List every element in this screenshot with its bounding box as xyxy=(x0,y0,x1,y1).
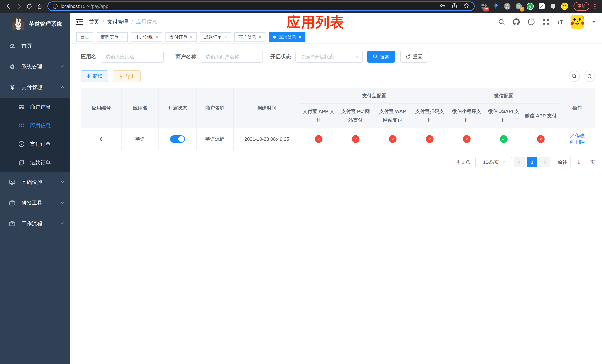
close-icon[interactable]: × xyxy=(121,35,124,39)
sidebar-item-label: 基础设施 xyxy=(22,179,42,186)
reload-icon[interactable] xyxy=(24,1,34,11)
storefront-icon xyxy=(18,104,25,110)
status-select[interactable] xyxy=(295,51,363,63)
font-size-icon[interactable]: тT xyxy=(557,19,563,25)
sidebar-item-pay-order[interactable]: ¥ 支付订单 xyxy=(0,135,70,153)
sidebar-fold-icon[interactable] xyxy=(75,18,84,26)
breadcrumb-section[interactable]: 支付管理 xyxy=(107,18,128,25)
status-toggle[interactable] xyxy=(170,135,185,143)
browser-menu-icon[interactable] xyxy=(592,4,598,9)
help-icon[interactable]: ? xyxy=(528,18,535,25)
delete-link[interactable]: 删除 xyxy=(570,139,585,146)
close-icon[interactable]: × xyxy=(190,35,193,39)
app-title: 芋道管理系统 xyxy=(29,20,62,28)
breadcrumb-separator: / xyxy=(103,19,104,25)
forward-icon[interactable] xyxy=(14,1,24,11)
breadcrumb-home[interactable]: 首页 xyxy=(89,18,99,25)
svg-text:y: y xyxy=(529,4,531,9)
back-icon[interactable] xyxy=(4,1,13,11)
page-content: 应用名 商户名称 开启状态 xyxy=(70,43,602,364)
address-bar[interactable]: localhost:1024/pay/app xyxy=(47,1,475,11)
tab-merchant-info[interactable]: 商户信息× xyxy=(234,32,266,42)
close-icon[interactable]: × xyxy=(259,35,261,39)
tab-process-form[interactable]: 流程表单× xyxy=(97,32,128,42)
export-button[interactable]: 导出 xyxy=(113,70,141,82)
sidebar-item-merchant-info[interactable]: 商户信息 xyxy=(0,98,70,116)
tab-refund-order[interactable]: 退款订单× xyxy=(200,32,231,42)
briefcase-icon xyxy=(8,221,16,227)
next-page-button[interactable] xyxy=(539,157,550,167)
gear-icon xyxy=(8,64,16,70)
col-wechat-mini: 微信小程序支付 xyxy=(448,104,485,128)
col-alipay-app: 支付宝 APP 支付 xyxy=(300,104,337,128)
extension-y-icon[interactable]: y xyxy=(527,3,534,10)
tab-app-info[interactable]: 应用信息× xyxy=(269,32,305,42)
search-icon[interactable] xyxy=(498,19,505,25)
refresh-icon xyxy=(406,54,411,59)
extension-emoji-icon[interactable] xyxy=(561,3,568,10)
extensions-puzzle-icon[interactable] xyxy=(549,3,557,10)
extension-notes-icon[interactable] xyxy=(538,3,545,10)
alipay-qr-status-icon: × xyxy=(426,135,434,143)
avatar[interactable] xyxy=(570,15,584,29)
sidebar-item-home[interactable]: 首页 xyxy=(0,36,70,56)
sidebar-item-refund-order[interactable]: 退款订单 xyxy=(0,153,70,172)
search-icon xyxy=(572,74,577,79)
sidebar-item-devtools[interactable]: 研发工具 xyxy=(0,193,70,213)
sidebar-menu: 首页 系统管理 ¥ 支付管理 xyxy=(0,36,70,364)
wechat-mini-status-icon: × xyxy=(463,135,471,143)
extension-badge: 1 xyxy=(520,7,524,11)
page-1-button[interactable]: 1 xyxy=(527,157,537,167)
extension-kite-icon[interactable] xyxy=(492,3,499,10)
prev-page-button[interactable] xyxy=(514,157,525,167)
yen-circle-icon: ¥ xyxy=(18,141,25,147)
close-icon[interactable]: × xyxy=(155,35,158,39)
extension-proxy-icon[interactable]: 1 xyxy=(515,3,522,10)
add-button[interactable]: 新增 xyxy=(81,70,108,82)
sidebar-item-payment[interactable]: ¥ 支付管理 xyxy=(0,77,70,98)
site-info-icon[interactable] xyxy=(53,4,58,9)
search-button[interactable]: 搜索 xyxy=(367,51,395,63)
edit-link[interactable]: 修改 xyxy=(570,132,585,139)
refresh-icon xyxy=(587,74,592,79)
status-label: 开启状态 xyxy=(270,53,291,60)
github-icon[interactable] xyxy=(513,18,520,26)
show-search-button[interactable] xyxy=(569,71,580,82)
fullscreen-icon[interactable] xyxy=(543,18,550,25)
chevron-down-icon xyxy=(502,160,505,163)
table-row: 6 芋道 芋道源码 2021-10-23 08:49:25 × × × × × … xyxy=(81,128,595,150)
sidebar-item-workflow[interactable]: 工作流程 xyxy=(0,213,70,234)
extension-command-icon[interactable] xyxy=(504,3,511,10)
sidebar-item-infra[interactable]: 基础设施 xyxy=(0,172,70,193)
merchant-label: 商户名称 xyxy=(175,53,196,60)
app-logo[interactable]: 芋道管理系统 xyxy=(0,13,70,36)
page-size-select[interactable]: 10条/页 xyxy=(475,157,512,167)
password-key-icon[interactable] xyxy=(440,2,446,10)
cell-app-name: 芋道 xyxy=(122,128,159,150)
refresh-table-button[interactable] xyxy=(584,71,595,82)
pencil-icon xyxy=(570,133,574,138)
close-icon[interactable]: × xyxy=(224,35,227,39)
close-icon[interactable]: × xyxy=(299,35,301,39)
bookmark-star-icon[interactable] xyxy=(463,2,469,10)
tab-user-group[interactable]: 用户分组× xyxy=(131,32,162,42)
sidebar-item-system[interactable]: 系统管理 xyxy=(0,56,70,77)
goto-page-input[interactable] xyxy=(570,157,587,167)
reset-button[interactable]: 重置 xyxy=(400,51,428,63)
col-app-name: 应用名 xyxy=(122,88,159,128)
chevron-up-icon xyxy=(61,86,64,90)
merchant-input[interactable] xyxy=(201,51,263,63)
breadcrumb: 首页 / 支付管理 / 应用信息 xyxy=(89,18,157,25)
tab-home[interactable]: 首页 xyxy=(76,32,93,42)
appname-input[interactable] xyxy=(101,51,164,63)
plus-icon xyxy=(86,74,91,78)
extension-tabs-icon[interactable]: 10 xyxy=(481,3,488,10)
status-select-input[interactable] xyxy=(295,51,363,63)
browser-update-button[interactable]: 更新 xyxy=(573,2,589,11)
home-icon[interactable] xyxy=(35,1,44,11)
tab-pay-order[interactable]: 支付订单× xyxy=(165,32,197,42)
svg-text:¥: ¥ xyxy=(21,142,22,146)
sidebar-item-app-info[interactable]: 应用信息 xyxy=(0,116,70,135)
share-icon[interactable] xyxy=(452,3,457,10)
chevron-down-icon[interactable] xyxy=(592,21,595,24)
